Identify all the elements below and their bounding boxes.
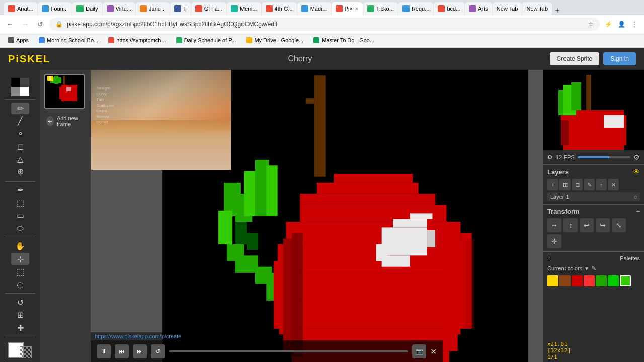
tab-madi[interactable]: Madi... (297, 2, 331, 15)
tab-newtab1[interactable]: New Tab (493, 2, 522, 15)
lasso-tool-button[interactable]: ⚬ (11, 128, 29, 139)
tab-gl[interactable]: Gl Fa... (191, 2, 226, 15)
select-rect-button[interactable]: ⬚ (11, 266, 29, 278)
camera-button[interactable]: 📷 (412, 344, 426, 358)
palette-controls: Current colors ▼ ✎ (547, 265, 640, 272)
edit-layer-button[interactable]: ✎ (584, 179, 595, 190)
fast-forward-button[interactable]: ⏭ (133, 344, 147, 358)
rotate-left-button[interactable]: ↩ (580, 218, 594, 232)
line-tool-button[interactable]: ╱ (11, 115, 29, 127)
tab-arts[interactable]: Arts (465, 2, 492, 15)
eraser-tool-button[interactable]: ◻ (11, 141, 29, 152)
back-button[interactable]: ← (4, 18, 16, 30)
pencil-tool-button[interactable]: ✏ (11, 103, 29, 114)
tab-ticko[interactable]: Ticko... (363, 2, 398, 15)
center-button[interactable]: ✛ (547, 234, 561, 248)
palette-extra-green-swatch[interactable] (620, 275, 631, 286)
tab-daily[interactable]: Daily (72, 2, 102, 15)
move-layer-up-button[interactable]: ↑ (596, 179, 607, 190)
rotate-right-button[interactable]: ↪ (596, 218, 610, 232)
bookmarks-bar: Apps Morning School Bo... https://sympto… (0, 33, 644, 47)
svg-rect-57 (571, 82, 581, 110)
transform-section: Transform + ↔ ↕ ↩ ↪ ⤡ ✛ (543, 205, 644, 252)
close-icon[interactable]: ✕ (355, 6, 359, 12)
play-pause-button[interactable]: ⏸ (97, 344, 111, 358)
move-tool-button[interactable]: ⊹ (11, 253, 29, 264)
tab-foun[interactable]: Foun... (38, 2, 72, 15)
palette-green-swatch[interactable] (596, 275, 607, 286)
frame-1-thumbnail[interactable]: 1 (44, 74, 85, 109)
extensions-icon[interactable]: ⚡ (603, 19, 614, 30)
palette-bright-green-swatch[interactable] (608, 275, 619, 286)
swatch-gray[interactable] (11, 87, 20, 96)
tab-newtab2[interactable]: New Tab (522, 2, 552, 15)
brush-tool-button[interactable]: ⬚ (11, 197, 29, 208)
palette-brown-swatch[interactable] (559, 275, 571, 286)
bookmark-master[interactable]: Master To Do - Goo... (309, 36, 378, 44)
rotate-tool-button[interactable]: ↺ (11, 297, 29, 308)
resize-button[interactable]: ⤡ (612, 218, 626, 232)
ellipse-tool-button[interactable]: ⬭ (11, 222, 29, 234)
tab-virtu[interactable]: Virtu... (103, 2, 136, 15)
tab-fb[interactable]: F (170, 2, 191, 15)
tab-requ[interactable]: Requ... (398, 2, 433, 15)
eyedropper-button[interactable]: ✚ (11, 322, 29, 334)
merge-layer-button[interactable]: ⊟ (572, 179, 583, 190)
bookmark-star-icon[interactable]: ☆ (588, 21, 594, 28)
new-tab-button[interactable]: + (552, 6, 563, 15)
bookmark-morning[interactable]: Morning School Bo... (35, 36, 102, 44)
palette-red-dark-swatch[interactable] (572, 275, 583, 286)
bookmark-daily[interactable]: Daily Schedule of P... (172, 36, 240, 44)
svg-rect-32 (278, 301, 463, 329)
address-bar[interactable]: 🔒 piskelapp.com/p/agxzfnBpc2tlbC1hcHByEw… (49, 18, 600, 31)
create-sprite-button[interactable]: Create Sprite (550, 52, 600, 65)
hand-tool-button[interactable]: ✋ (11, 240, 29, 252)
canvas-area[interactable]: StraightCurvyThinScallopedCastleBumpyDot… (91, 70, 543, 362)
palette-yellow-swatch[interactable] (547, 275, 558, 286)
layers-visibility-icon[interactable]: 👁 (633, 168, 640, 176)
tab-piskel[interactable]: Pi× ✕ (332, 2, 363, 15)
bookmark-gdrive[interactable]: My Drive - Google... (242, 36, 307, 44)
stroke-tool-button[interactable]: ✒ (11, 184, 29, 196)
swatch-dark[interactable] (20, 78, 29, 87)
fill-tool-button[interactable]: △ (11, 153, 29, 165)
background-color-swatch[interactable] (20, 346, 32, 358)
bookmark-apps[interactable]: Apps (4, 36, 33, 44)
duplicate-layer-button[interactable]: ⊞ (559, 179, 571, 190)
edit-palette-icon[interactable]: ✎ (591, 265, 596, 272)
rewind-button[interactable]: ⏮ (115, 344, 129, 358)
palette-red-light-swatch[interactable] (584, 275, 595, 286)
flip-vertical-button[interactable]: ↕ (564, 218, 578, 232)
add-transform-icon[interactable]: + (636, 208, 640, 215)
swatch-black[interactable] (11, 78, 20, 87)
add-frame-button[interactable]: + Add new frame (44, 113, 87, 129)
tab-bcd[interactable]: bcd... (434, 2, 464, 15)
tab-janu[interactable]: Janu... (136, 2, 170, 15)
bookmark-symptom[interactable]: https://symptomch... (104, 36, 170, 44)
loop-button[interactable]: ↺ (151, 344, 165, 358)
add-layer-button[interactable]: + (547, 179, 558, 190)
tab-anat[interactable]: Anat... (4, 2, 37, 15)
tab-4th[interactable]: 4th G... (262, 2, 297, 15)
fps-slider[interactable] (578, 156, 630, 158)
pixel-grid-button[interactable]: ⊞ (11, 309, 29, 321)
rectangle-tool-button[interactable]: ▭ (11, 210, 29, 221)
select-lasso-button[interactable]: ◌ (11, 279, 29, 290)
close-animation-button[interactable]: ✕ (430, 347, 437, 356)
tab-mem[interactable]: Mem... (227, 2, 261, 15)
sign-in-button[interactable]: Sign in (603, 52, 636, 65)
profile-icon[interactable]: 👤 (616, 19, 627, 30)
settings-icon[interactable]: ⋮ (629, 19, 640, 30)
color-selector (8, 342, 33, 358)
animation-progress-bar[interactable] (169, 350, 408, 352)
flip-horizontal-button[interactable]: ↔ (547, 218, 561, 232)
swatch-white[interactable] (20, 87, 29, 96)
layer-1-item[interactable]: Layer 1 α (547, 192, 640, 201)
forward-button[interactable]: → (19, 18, 31, 30)
settings-gear-icon[interactable]: ⚙ (633, 153, 640, 161)
zoom-tool-button[interactable]: ⊕ (11, 166, 29, 177)
add-palette-icon[interactable]: + (547, 255, 551, 262)
palette-dropdown-icon[interactable]: ▼ (584, 266, 589, 272)
reload-button[interactable]: ↺ (34, 18, 46, 30)
delete-layer-button[interactable]: ✕ (608, 179, 619, 190)
